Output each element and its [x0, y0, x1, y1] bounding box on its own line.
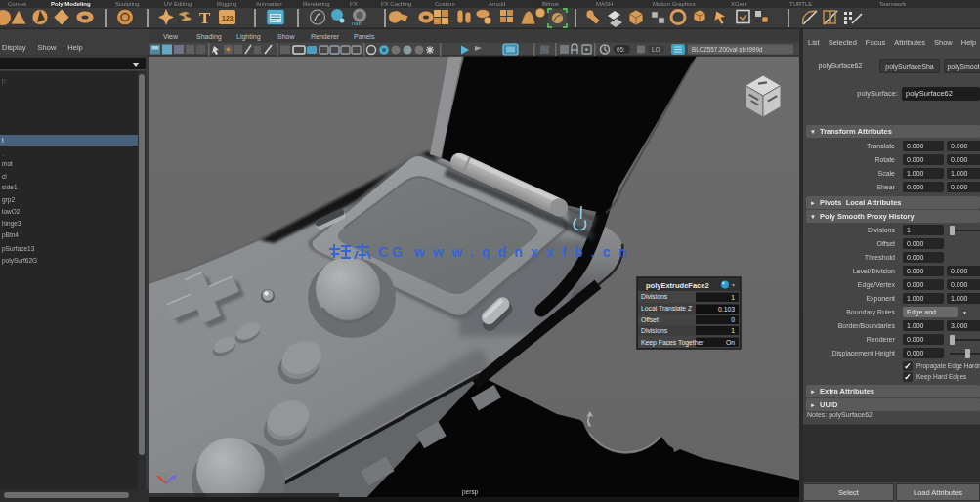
- svg-text:Show: Show: [277, 33, 295, 40]
- svg-text:polyExtrudeFace2: polyExtrudeFace2: [646, 281, 709, 290]
- svg-text:1: 1: [731, 327, 735, 334]
- svg-text:Sculpting: Sculpting: [115, 1, 140, 7]
- svg-text:Arnold: Arnold: [489, 1, 505, 7]
- svg-text:UV Editing: UV Editing: [164, 1, 192, 7]
- svg-text:Divisions: Divisions: [641, 293, 668, 300]
- svg-text:Bifrost: Bifrost: [542, 1, 559, 7]
- svg-text:▾: ▾: [732, 282, 735, 288]
- svg-text:Teamwork: Teamwork: [879, 1, 907, 7]
- svg-text:Motion Graphics: Motion Graphics: [653, 1, 696, 7]
- svg-text:Animation: Animation: [256, 1, 282, 7]
- svg-text:Panels: Panels: [354, 33, 375, 40]
- svg-text:CG: CG: [378, 244, 406, 260]
- svg-text:0.103: 0.103: [718, 306, 735, 313]
- svg-text:Custom: Custom: [435, 1, 455, 7]
- svg-text:Local Translate Z: Local Translate Z: [641, 305, 692, 312]
- svg-text:MASH: MASH: [596, 1, 613, 7]
- svg-text:Rigging: Rigging: [217, 1, 236, 7]
- svg-text:Rendering: Rendering: [303, 1, 330, 7]
- svg-text:persp: persp: [462, 488, 479, 496]
- svg-text:05:: 05:: [617, 46, 625, 53]
- svg-text:www.qdnxxfb.cn: www.qdnxxfb.cn: [413, 244, 635, 260]
- svg-text:Divisions: Divisions: [641, 327, 668, 334]
- svg-text:Renderer: Renderer: [311, 33, 340, 40]
- svg-text:FX Caching: FX Caching: [381, 1, 411, 7]
- svg-text:LO: LO: [652, 46, 660, 53]
- svg-text:Poly Modeling: Poly Modeling: [51, 1, 91, 7]
- svg-text:On: On: [726, 339, 735, 346]
- svg-text:123: 123: [222, 15, 234, 21]
- svg-text:0: 0: [731, 316, 735, 323]
- svg-text:nab: nab: [352, 21, 362, 26]
- svg-text:Shading: Shading: [196, 33, 222, 41]
- svg-text:T: T: [199, 9, 211, 27]
- svg-text:FX: FX: [350, 1, 358, 7]
- svg-text:Keep Faces Together: Keep Faces Together: [641, 339, 704, 347]
- svg-text:TURTLE: TURTLE: [789, 1, 812, 7]
- svg-text:BLC2557.200val str.t999d: BLC2557.200val str.t999d: [692, 46, 763, 53]
- svg-text:1: 1: [731, 294, 735, 301]
- svg-text:Curves: Curves: [8, 1, 26, 7]
- svg-text:Lighting: Lighting: [236, 33, 261, 41]
- svg-text:Offset: Offset: [641, 316, 659, 323]
- svg-text:View: View: [163, 33, 179, 40]
- svg-text:XGen: XGen: [731, 1, 746, 7]
